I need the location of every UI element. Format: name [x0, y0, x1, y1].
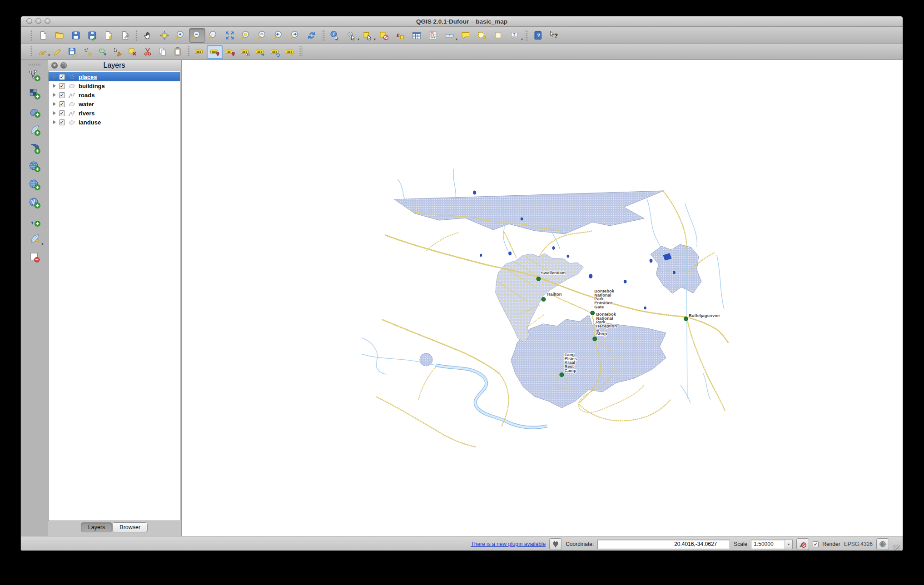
- open-project-button[interactable]: [51, 28, 68, 43]
- add-mssql-layer-button[interactable]: [25, 139, 44, 157]
- remove-layer-button[interactable]: [25, 248, 44, 266]
- layer-visibility-checkbox[interactable]: ✓: [59, 83, 65, 89]
- scale-combobox[interactable]: 1:50000 ▾: [751, 540, 793, 549]
- add-feature-button[interactable]: [80, 45, 95, 59]
- layer-visibility-checkbox[interactable]: ✓: [59, 92, 65, 98]
- paste-features-button[interactable]: [170, 45, 185, 59]
- map-tips-button[interactable]: [457, 28, 474, 43]
- stop-render-button[interactable]: [796, 538, 809, 550]
- crs-status-button[interactable]: [876, 538, 889, 550]
- show-hide-labels-button[interactable]: abc: [238, 45, 253, 59]
- node-tool-button[interactable]: [110, 45, 125, 59]
- render-checkbox[interactable]: ✓: [813, 541, 819, 547]
- layer-visibility-checkbox[interactable]: ✓: [59, 74, 65, 80]
- pan-to-selection-button[interactable]: [156, 28, 173, 43]
- scale-dropdown-button[interactable]: ▾: [785, 540, 792, 549]
- text-annotation-dropdown-arrow[interactable]: ▾: [521, 38, 523, 41]
- layer-row-roads[interactable]: ✓roads: [49, 90, 180, 99]
- layer-visibility-checkbox[interactable]: ✓: [59, 101, 65, 107]
- layer-visibility-checkbox[interactable]: ✓: [59, 119, 65, 125]
- map-canvas[interactable]: SwellendamRailtonBontebokNationalParkEnt…: [181, 60, 903, 536]
- refresh-button[interactable]: [303, 28, 320, 43]
- select-by-expression-button[interactable]: ε: [392, 28, 408, 43]
- zoom-in-button[interactable]: [173, 28, 189, 43]
- rotate-label-button[interactable]: abc: [268, 45, 283, 59]
- change-label-button[interactable]: abc: [283, 45, 298, 59]
- attribute-table-button[interactable]: [408, 28, 425, 43]
- help-contents-button[interactable]: ?: [530, 28, 546, 43]
- minimize-window-button[interactable]: [35, 18, 41, 24]
- copy-features-button[interactable]: [155, 45, 170, 59]
- plugin-manager-button[interactable]: [549, 538, 562, 550]
- move-label-button[interactable]: abc: [253, 45, 268, 59]
- current-edits-button[interactable]: ▾: [35, 45, 50, 59]
- expand-arrow-icon[interactable]: [53, 75, 56, 79]
- labeling-options-button[interactable]: abc: [192, 45, 207, 59]
- add-postgis-layer-button[interactable]: [25, 103, 44, 120]
- polygon-layer-icon: [68, 119, 75, 126]
- add-wfs-layer-button[interactable]: [25, 194, 44, 211]
- layer-row-buildings[interactable]: ✓buildings: [49, 81, 180, 90]
- panel-close-button[interactable]: ✕: [51, 62, 58, 69]
- expand-arrow-icon[interactable]: [53, 111, 56, 115]
- new-bookmark-button[interactable]: [474, 28, 490, 43]
- show-bookmarks-button[interactable]: [490, 28, 507, 43]
- zoom-native-button[interactable]: 1:1: [205, 28, 222, 43]
- panel-tab-layers[interactable]: Layers: [81, 522, 113, 532]
- expand-arrow-icon[interactable]: [53, 93, 56, 97]
- new-layer-dropdown-arrow[interactable]: ▾: [41, 243, 43, 246]
- add-wms-layer-button[interactable]: [25, 158, 44, 175]
- add-wcs-layer-button[interactable]: [25, 176, 44, 193]
- text-annotation-button[interactable]: T▾: [507, 28, 523, 43]
- expand-arrow-icon[interactable]: [53, 120, 56, 124]
- layer-label: buildings: [79, 83, 105, 89]
- pan-map-button[interactable]: [140, 28, 156, 43]
- new-project-button[interactable]: [35, 28, 51, 43]
- composer-manager-icon: [119, 30, 130, 41]
- zoom-next-button[interactable]: [287, 28, 303, 43]
- feature-action-button[interactable]: ▾: [343, 28, 359, 43]
- delete-selected-button[interactable]: [125, 45, 140, 59]
- save-project-button[interactable]: [68, 28, 84, 43]
- deselect-features-button[interactable]: [376, 28, 392, 43]
- whats-this-button[interactable]: ?: [546, 28, 562, 43]
- add-delimited-text-layer-button[interactable]: ,: [25, 212, 44, 229]
- field-calculator-button[interactable]: [425, 28, 441, 43]
- zoom-to-selection-button[interactable]: [238, 28, 254, 43]
- new-print-composer-button[interactable]: [100, 28, 117, 43]
- zoom-last-button[interactable]: [271, 28, 287, 43]
- new-layer-button[interactable]: ▾: [25, 230, 44, 248]
- panel-float-button[interactable]: [60, 62, 67, 69]
- save-layer-edits-button[interactable]: [65, 45, 80, 59]
- expand-arrow-icon[interactable]: [53, 102, 56, 106]
- panel-tab-browser[interactable]: Browser: [112, 522, 148, 532]
- identify-button[interactable]: i: [327, 28, 343, 43]
- pin-labels-button[interactable]: abc: [207, 45, 223, 59]
- expand-arrow-icon[interactable]: [53, 84, 56, 88]
- composer-manager-button[interactable]: [117, 28, 133, 43]
- add-vector-layer-button[interactable]: [25, 67, 44, 84]
- add-spatialite-layer-button[interactable]: [25, 121, 44, 139]
- zoom-to-layer-button[interactable]: [254, 28, 271, 43]
- move-feature-button[interactable]: [95, 45, 110, 59]
- close-window-button[interactable]: [26, 18, 32, 24]
- cut-features-button[interactable]: [140, 45, 155, 59]
- new-plugin-link[interactable]: There is a new plugin available: [471, 541, 546, 547]
- zoom-full-button[interactable]: [222, 28, 238, 43]
- layer-visibility-checkbox[interactable]: ✓: [59, 110, 65, 116]
- measure-button[interactable]: ▾: [441, 28, 457, 43]
- layer-row-water[interactable]: ✓water: [49, 99, 180, 109]
- zoom-out-button[interactable]: [189, 28, 205, 43]
- maximize-window-button[interactable]: [45, 18, 50, 24]
- coordinate-input[interactable]: [597, 540, 730, 549]
- layer-row-rivers[interactable]: ✓rivers: [49, 109, 180, 118]
- save-project-as-button[interactable]: [84, 28, 100, 43]
- highlight-pinned-labels-button[interactable]: ab: [223, 45, 238, 59]
- select-features-button[interactable]: ▾: [359, 28, 376, 43]
- add-raster-layer-button[interactable]: [25, 85, 44, 102]
- resize-grip[interactable]: [893, 545, 900, 551]
- titlebar[interactable]: QGIS 2.0.1-Dufour – basic_map: [21, 16, 903, 27]
- layer-row-places[interactable]: ✓places: [49, 72, 180, 81]
- layer-row-landuse[interactable]: ✓landuse: [49, 118, 180, 127]
- toggle-editing-button[interactable]: [50, 45, 65, 59]
